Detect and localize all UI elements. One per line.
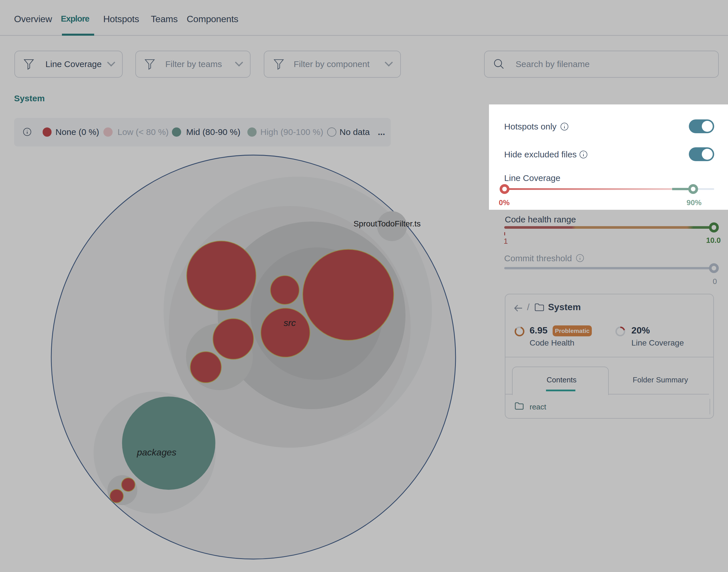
svg-text:packages: packages — [137, 447, 177, 457]
svg-text:src: src — [284, 318, 296, 328]
svg-text:SproutTodoFilter.ts: SproutTodoFilter.ts — [353, 219, 420, 228]
